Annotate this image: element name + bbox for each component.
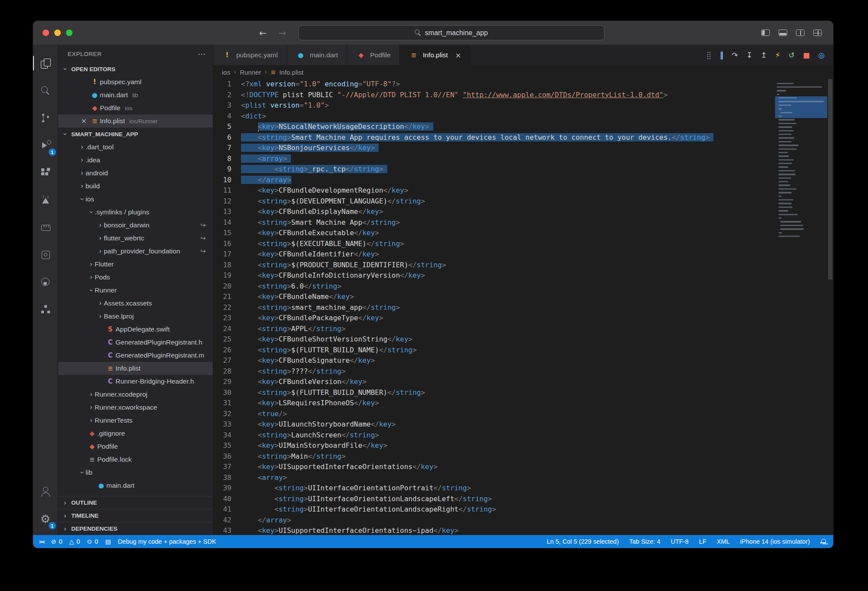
status-item-notifications-bell[interactable]: [820, 538, 826, 545]
tree-item-runner-bridging-header.h[interactable]: CRunner-Bridging-Header.h: [58, 375, 213, 388]
code-line[interactable]: 31 <key>LSRequiresIPhoneOS</key>: [213, 398, 775, 409]
tree-item-info.plist[interactable]: ≡Info.plist: [58, 362, 213, 375]
tree-item-generatedpluginregistrant.h[interactable]: CGeneratedPluginRegistrant.h: [58, 336, 213, 349]
forward-arrow-icon[interactable]: →: [279, 28, 286, 38]
code-line[interactable]: 16 <string>$(EXECUTABLE_NAME)</string>: [213, 239, 775, 250]
code-line[interactable]: 1<?xml version="1.0" encoding="UTF-8"?>: [213, 79, 775, 90]
step-into-icon[interactable]: ↧: [746, 52, 752, 59]
open-editors-header[interactable]: › OPEN EDITORS: [58, 62, 213, 76]
tab-pubspec.yaml[interactable]: !pubspec.yaml: [213, 45, 287, 65]
code-line[interactable]: 42 </array>: [213, 515, 775, 526]
sidebar-item-search[interactable]: [33, 77, 58, 104]
minimize-window-button[interactable]: [54, 30, 61, 36]
code-line[interactable]: 40 <string>UIInterfaceOrientationLandsca…: [213, 494, 775, 505]
code-line[interactable]: 5 <key>NSLocalNetworkUsageDescription</k…: [213, 121, 775, 132]
inspector-icon[interactable]: ◎: [818, 52, 825, 59]
minimap[interactable]: [775, 79, 827, 535]
tree-item-assets.xcassets[interactable]: ›Assets.xcassets: [58, 297, 213, 310]
code-pane[interactable]: 1<?xml version="1.0" encoding="UTF-8"?>2…: [213, 79, 775, 535]
code-line[interactable]: 24 <string>APPL</string>: [213, 324, 775, 335]
code-line[interactable]: 26 <string>$(FLUTTER_BUILD_NAME)</string…: [213, 345, 775, 356]
tree-item-podfile[interactable]: ◆Podfile: [58, 440, 213, 453]
code-line[interactable]: 23 <key>CFBundlePackageType</key>: [213, 313, 775, 324]
settings-button[interactable]: ⚙1: [33, 505, 58, 532]
toggle-panel-icon[interactable]: [779, 30, 787, 36]
code-line[interactable]: 4<dict>: [213, 111, 775, 122]
dependencies-header[interactable]: › DEPENDENCIES: [58, 522, 213, 535]
split-editor-icon[interactable]: [796, 30, 805, 36]
step-over-icon[interactable]: ↷: [732, 52, 738, 59]
breadcrumb-folder[interactable]: Runner: [240, 69, 261, 76]
code-line[interactable]: 14 <string>Smart Machine App</string>: [213, 217, 775, 228]
code-line[interactable]: 2<!DOCTYPE plist PUBLIC "-//Apple//DTD P…: [213, 90, 775, 101]
status-item-cursor-position[interactable]: Ln 5, Col 5 (229 selected): [547, 538, 619, 545]
code-line[interactable]: 43 <key>UISupportedInterfaceOrientations…: [213, 525, 775, 535]
code-line[interactable]: 33 <key>UILaunchStoryboardName</key>: [213, 419, 775, 430]
code-editor[interactable]: 1<?xml version="1.0" encoding="UTF-8"?>2…: [213, 79, 833, 535]
status-item-dart-debug-mode[interactable]: Debug my code + packages + SDK: [118, 538, 216, 545]
sidebar-item-hierarchy[interactable]: [33, 296, 58, 323]
tree-item-flutter_webrtc[interactable]: ›flutter_webrtc↪: [58, 232, 213, 245]
open-editor-Info.plist[interactable]: ×≡Info.plistios/Runner: [58, 115, 213, 128]
tree-item-.idea[interactable]: ›.idea: [58, 154, 213, 167]
sidebar-item-run-debug[interactable]: 1: [33, 131, 58, 159]
tree-item-.gitignore[interactable]: ◆.gitignore: [58, 427, 213, 440]
close-tab-icon[interactable]: ×: [455, 51, 461, 59]
code-line[interactable]: 30 <string>$(FLUTTER_BUILD_NUMBER)</stri…: [213, 387, 775, 398]
close-window-button[interactable]: [43, 30, 49, 36]
code-line[interactable]: 36 <string>Main</string>: [213, 451, 775, 462]
tree-item-.symlinks-plugins[interactable]: ›.symlinks / plugins: [58, 206, 213, 219]
code-line[interactable]: 37 <key>UISupportedInterfaceOrientations…: [213, 462, 775, 473]
code-line[interactable]: 29 <key>CFBundleVersion</key>: [213, 377, 775, 387]
code-line[interactable]: 34 <string>LaunchScreen</string>: [213, 430, 775, 441]
status-item-warnings-count[interactable]: △0: [69, 538, 80, 545]
account-button[interactable]: [33, 478, 58, 505]
editor-layout-icon[interactable]: [813, 30, 822, 36]
code-line[interactable]: 11 <key>CFBundleDevelopmentRegion</key>: [213, 185, 775, 196]
pause-icon[interactable]: ‖: [720, 52, 724, 59]
back-arrow-icon[interactable]: ←: [259, 28, 267, 38]
tree-item-build[interactable]: ›build: [58, 180, 213, 193]
zoom-window-button[interactable]: [66, 30, 73, 36]
tab-info.plist[interactable]: ≡Info.plist×: [400, 45, 470, 65]
open-editor-main.dart[interactable]: ●main.dartlib: [58, 89, 213, 102]
code-line[interactable]: 7 <key>NSBonjourServices</key>: [213, 143, 775, 154]
command-center-search[interactable]: smart_machine_app: [298, 25, 604, 40]
sidebar-item-extensions[interactable]: [33, 159, 58, 186]
tree-item-bonsoir_darwin[interactable]: ›bonsoir_darwin↪: [58, 219, 213, 232]
tree-item-pods[interactable]: ›Pods: [58, 271, 213, 284]
status-item-debug-console[interactable]: ▤: [105, 538, 111, 545]
status-item-remote-indicator[interactable]: ><: [39, 538, 44, 545]
code-line[interactable]: 41 <string>UIInterfaceOrientationLandsca…: [213, 504, 775, 515]
code-line[interactable]: 18 <string>$(PRODUCT_BUNDLE_IDENTIFIER)<…: [213, 260, 775, 271]
close-editor-icon[interactable]: ×: [78, 117, 89, 125]
stop-icon[interactable]: ■: [803, 52, 810, 59]
tree-item-podfile.lock[interactable]: ≡Podfile.lock: [58, 453, 213, 466]
breadcrumb-folder[interactable]: ios: [222, 69, 230, 76]
tree-item-appdelegate.swift[interactable]: SAppDelegate.swift: [58, 323, 213, 336]
code-line[interactable]: 38 <array>: [213, 473, 775, 483]
tree-item-main.dart[interactable]: ●main.dart: [58, 479, 213, 492]
status-item-ports-count[interactable]: ⊙0: [87, 538, 98, 545]
toggle-sidebar-icon[interactable]: [761, 30, 770, 36]
step-out-icon[interactable]: ↥: [761, 52, 767, 59]
tree-item-base.lproj[interactable]: ›Base.lproj: [58, 310, 213, 323]
tree-item-runner.xcworkspace[interactable]: ›Runner.xcworkspace: [58, 401, 213, 414]
vertical-scrollbar[interactable]: [827, 79, 833, 535]
hot-reload-icon[interactable]: ⚡: [775, 52, 780, 59]
code-line[interactable]: 10 </array>: [213, 175, 775, 186]
status-item-errors-count[interactable]: ⊘0: [51, 538, 63, 545]
code-line[interactable]: 15 <key>CFBundleExecutable</key>: [213, 228, 775, 239]
sidebar-item-testing[interactable]: [33, 186, 58, 213]
code-line[interactable]: 21 <key>CFBundleName</key>: [213, 292, 775, 302]
timeline-header[interactable]: › TIMELINE: [58, 509, 213, 522]
sidebar-item-explorer[interactable]: [33, 49, 58, 77]
drag-handle-icon[interactable]: ⣿: [706, 52, 711, 59]
code-line[interactable]: 25 <key>CFBundleShortVersionString</key>: [213, 334, 775, 345]
tab-main.dart[interactable]: ●main.dart: [287, 45, 347, 65]
code-line[interactable]: 6 <string>Smart Machine App requires acc…: [213, 132, 775, 143]
tree-item-generatedpluginregistrant.m[interactable]: CGeneratedPluginRegistrant.m: [58, 349, 213, 362]
code-line[interactable]: 35 <key>UIMainStoryboardFile</key>: [213, 440, 775, 451]
status-item-encoding[interactable]: UTF-8: [671, 538, 689, 545]
sidebar-item-source-control[interactable]: [33, 104, 58, 131]
